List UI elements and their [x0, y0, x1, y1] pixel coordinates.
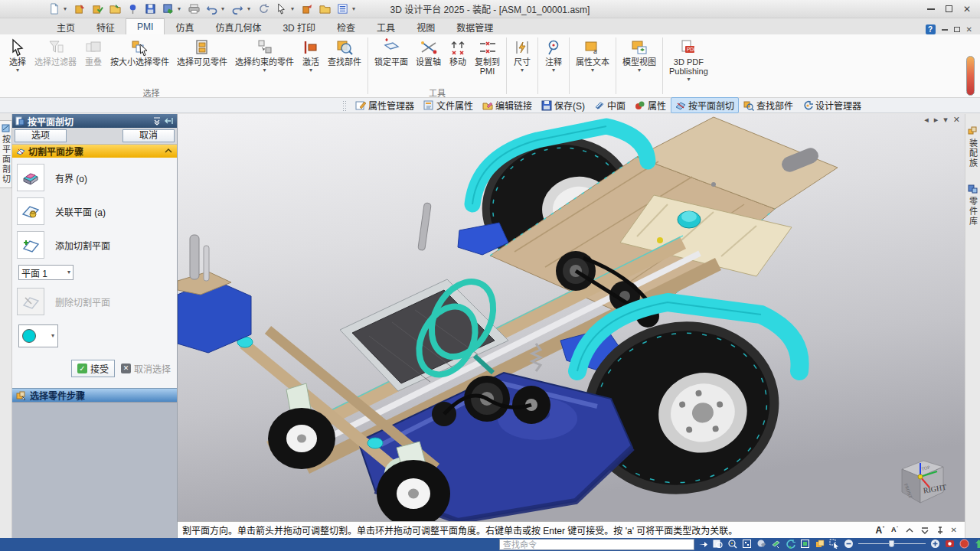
copy-to-pmi-button[interactable]: 复制到 PMI — [471, 34, 504, 86]
panel-cancel-button[interactable]: 取消 — [122, 129, 175, 142]
select-arrow-icon[interactable] — [273, 2, 289, 17]
doc-close-button[interactable]: ✕ — [966, 25, 972, 34]
run-command-arrow-icon[interactable] — [698, 539, 708, 549]
property-text-button[interactable]: a 属性文本 ▾ — [572, 34, 613, 86]
close-button[interactable]: ✕ — [963, 5, 971, 14]
move-button[interactable]: 移动 — [445, 34, 471, 86]
undo-dropdown[interactable]: ▾ — [221, 5, 227, 12]
recent-folder-icon[interactable] — [317, 2, 332, 17]
zoom-slider[interactable] — [858, 543, 926, 544]
minimize-button[interactable] — [927, 8, 935, 10]
save-item[interactable]: 保存(S) — [537, 97, 590, 113]
save-icon[interactable] — [142, 2, 158, 17]
tab-simulation[interactable]: 仿真 — [165, 18, 204, 34]
plane-color-select[interactable]: ▾ — [18, 324, 58, 347]
document-list-icon[interactable] — [335, 2, 350, 17]
cut-plane-step-header[interactable]: 切割平面步骤 — [12, 145, 177, 158]
activate-button[interactable]: 激活 ▾ — [298, 34, 324, 86]
zoom-slider-handle[interactable] — [889, 540, 894, 547]
print-icon[interactable] — [186, 2, 201, 17]
stop-record-icon[interactable] — [959, 539, 969, 549]
import-icon[interactable] — [72, 2, 87, 17]
open-icon[interactable] — [107, 2, 122, 17]
fit-view-icon[interactable] — [742, 539, 752, 549]
named-views-icon[interactable] — [800, 539, 810, 549]
pin-icon[interactable] — [125, 2, 140, 17]
set-axes-button[interactable]: 设置轴 — [412, 34, 445, 86]
bounded-step-button[interactable] — [17, 164, 44, 191]
dimension-button[interactable]: 尺寸 ▾ — [509, 34, 535, 86]
new-document-button[interactable] — [46, 2, 61, 17]
annotation-button[interactable]: 注释 ▾ — [541, 34, 567, 86]
deselect-button[interactable]: ✕ 取消选择 — [121, 362, 171, 375]
left-tab-section-by-plane[interactable]: 按平面剖切 — [0, 120, 12, 188]
pdf-publishing-button[interactable]: PDF 3D PDF Publishing ▾ — [665, 34, 712, 86]
record-icon[interactable] — [945, 539, 955, 549]
zoom-in-button[interactable] — [930, 539, 940, 549]
expand-bar-icon[interactable] — [920, 526, 929, 535]
property-manager-item[interactable]: 属性管理器 — [351, 97, 419, 113]
pan-icon[interactable] — [756, 539, 766, 549]
doc-minimize-button[interactable] — [942, 29, 948, 31]
delete-cut-plane-button[interactable] — [17, 288, 44, 315]
file-properties-item[interactable]: 文件属性 — [419, 97, 478, 113]
font-increase-icon[interactable]: A˙ — [875, 526, 885, 535]
redo-icon[interactable] — [230, 2, 245, 17]
viewport-close-icon[interactable]: ✕ — [953, 115, 960, 125]
options-button[interactable]: 选项 — [15, 129, 67, 142]
import-check-icon[interactable] — [90, 2, 105, 17]
edit-links-item[interactable]: 编辑链接 — [478, 97, 537, 113]
save-as-icon[interactable] — [160, 2, 175, 17]
redo-dropdown[interactable]: ▾ — [247, 5, 253, 12]
repeat-command-icon[interactable] — [256, 2, 271, 17]
doc-restore-button[interactable] — [954, 27, 960, 32]
collapse-bar-icon[interactable] — [905, 526, 914, 535]
save-dropdown[interactable]: ▾ — [178, 5, 184, 12]
add-cut-plane-button[interactable] — [17, 231, 44, 259]
command-search-input[interactable] — [499, 539, 694, 550]
view-history-dropdown-icon[interactable]: ▾ — [943, 115, 948, 125]
collapse-section-icon[interactable] — [164, 147, 173, 156]
ribbon-scroll-indicator[interactable] — [966, 56, 975, 96]
view-forward-icon[interactable]: ▸ — [934, 115, 939, 125]
toolbar-grip[interactable] — [342, 100, 346, 111]
view-back-icon[interactable]: ◂ — [924, 115, 929, 125]
select-tools-icon[interactable] — [829, 539, 839, 549]
find-component-item[interactable]: 查找部件 — [739, 97, 798, 113]
midplane-item[interactable]: 中面 — [590, 97, 630, 113]
new-document-dropdown[interactable]: ▾ — [64, 5, 70, 12]
model-view-button[interactable]: 模型视图 ▾ — [619, 34, 660, 86]
tab-inspect[interactable]: 检查 — [326, 18, 366, 34]
relative-plane-step-button[interactable] — [17, 197, 44, 225]
tab-data-management[interactable]: 数据管理 — [446, 18, 504, 34]
panel-dock-icon[interactable] — [165, 116, 174, 126]
find-component-button[interactable]: 查找部件 — [324, 34, 365, 86]
font-decrease-icon[interactable]: A˙ — [891, 527, 899, 533]
undo-icon[interactable] — [204, 2, 219, 17]
tab-home[interactable]: 主页 — [46, 18, 86, 34]
tab-pmi[interactable]: PMI — [126, 18, 165, 34]
select-dropdown[interactable]: ▾ — [291, 5, 297, 12]
zoom-area-icon[interactable] — [727, 539, 737, 549]
section-by-plane-item[interactable]: 按平面剖切 — [671, 97, 739, 113]
select-visible-parts-button[interactable]: 选择可见零件 — [173, 34, 231, 86]
restore-button[interactable] — [946, 5, 952, 12]
tab-simulation-geometry[interactable]: 仿真几何体 — [204, 18, 272, 34]
accept-button[interactable]: ✓ 接受 — [71, 360, 115, 377]
zoom-out-button[interactable] — [844, 539, 854, 549]
sketch-view-icon[interactable] — [771, 539, 781, 549]
zoom-selected-icon[interactable] — [713, 539, 723, 549]
tab-view[interactable]: 视图 — [406, 18, 446, 34]
plane-select[interactable]: 平面 1 ▾ — [18, 265, 74, 280]
right-tab-assembly-family[interactable]: 装配族 — [965, 122, 980, 172]
view-styles-icon[interactable] — [815, 539, 825, 549]
select-by-size-button[interactable]: 按大小选择零件 — [106, 34, 173, 86]
select-parts-step-header[interactable]: 选择零件步骤 — [12, 388, 177, 402]
rotate-view-icon[interactable] — [786, 539, 795, 549]
view-cube[interactable]: TOP FRONT RIGHT — [893, 457, 951, 507]
select-filter-button[interactable]: 选择过滤器 — [31, 34, 80, 86]
properties-item[interactable]: 属性 — [630, 97, 671, 113]
prompt-close-icon[interactable]: ✕ — [951, 526, 957, 534]
tab-tools[interactable]: 工具 — [366, 18, 406, 34]
select-button[interactable]: 选择 ▾ — [5, 34, 31, 86]
